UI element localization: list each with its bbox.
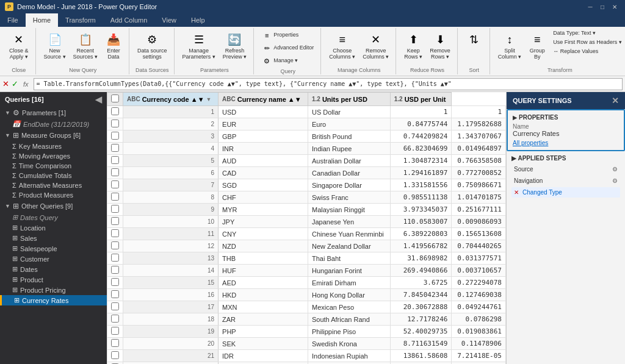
data-source-settings-button[interactable]: ⚙ Data sourcesettings bbox=[134, 29, 170, 62]
cell-currency-code[interactable]: USD bbox=[219, 106, 308, 118]
row-checkbox[interactable] bbox=[111, 120, 119, 127]
table-row[interactable]: 16HKDHong Kong Dollar7.8450423440.127469… bbox=[107, 289, 506, 301]
sidebar-item-product[interactable]: ⊞ Product bbox=[0, 274, 107, 285]
sidebar-item-dates-query[interactable]: ⊞ Dates Query bbox=[0, 212, 107, 223]
cell-currency-code[interactable]: AED bbox=[219, 277, 308, 289]
cell-usd-per-unit[interactable]: 0.272294078 bbox=[452, 277, 506, 289]
table-row[interactable]: 18ZARSouth African Rand12.71782460.07862… bbox=[107, 313, 506, 326]
cell-currency-code[interactable]: HKD bbox=[219, 289, 308, 301]
table-row[interactable]: 9MYRMalaysian Ringgit3.9733450370.251677… bbox=[107, 204, 506, 216]
row-checkbox[interactable] bbox=[111, 180, 119, 188]
cell-usd-per-unit[interactable]: 0.014964897 bbox=[452, 143, 506, 155]
cell-units-per-usd[interactable]: 0.744209824 bbox=[390, 130, 452, 143]
cell-currency-name[interactable]: Thai Baht bbox=[308, 252, 390, 265]
cell-usd-per-unit[interactable]: 0.772700852 bbox=[452, 167, 506, 179]
cell-currency-name[interactable]: Singapore Dollar bbox=[308, 179, 390, 191]
table-row[interactable]: 8CHFSwiss Franc0.9855111381.014701875 bbox=[107, 191, 506, 204]
cell-usd-per-unit[interactable]: 0.019083861 bbox=[452, 326, 506, 338]
cell-currency-name[interactable]: Chinese Yuan Renminbi bbox=[308, 228, 390, 240]
formula-input[interactable] bbox=[34, 78, 623, 90]
cell-units-per-usd[interactable]: 52.40029735 bbox=[390, 326, 452, 338]
sidebar-item-sales[interactable]: ⊞ Sales bbox=[0, 233, 107, 243]
col-header-usd-per-unit[interactable]: 1.2 USD per Unit bbox=[390, 93, 452, 106]
table-row[interactable]: 1USDUS Dollar11 bbox=[107, 106, 506, 118]
table-row[interactable]: 11CNYChinese Yuan Renminbi6.3892208030.1… bbox=[107, 228, 506, 240]
cell-units-per-usd[interactable]: 31.8698982 bbox=[390, 252, 452, 265]
cell-currency-name[interactable]: Malaysian Ringgit bbox=[308, 204, 390, 216]
row-checkbox[interactable] bbox=[111, 266, 119, 274]
tab-file[interactable]: File bbox=[0, 13, 26, 27]
row-checkbox[interactable] bbox=[111, 315, 119, 323]
sidebar-item-alternative-measures[interactable]: Σ Alternative Measures bbox=[0, 180, 107, 190]
refresh-preview-button[interactable]: 🔄 RefreshPreview ▾ bbox=[220, 29, 250, 62]
tab-home[interactable]: Home bbox=[26, 13, 58, 27]
remove-columns-button[interactable]: ✕ RemoveColumns ▾ bbox=[359, 29, 392, 62]
cell-currency-code[interactable]: IDR bbox=[219, 350, 308, 362]
cell-units-per-usd[interactable]: 1.419566782 bbox=[390, 240, 452, 252]
group-by-button[interactable]: ≡ GroupBy bbox=[526, 29, 549, 62]
cell-usd-per-unit[interactable]: 0.704440265 bbox=[452, 240, 506, 252]
table-row[interactable]: 22SARSaudi Arabian Riyal3.750.266666667 bbox=[107, 362, 506, 365]
cell-currency-name[interactable]: Canadian Dollar bbox=[308, 167, 390, 179]
table-row[interactable]: 3GBPBritish Pound0.7442098241.343707067 bbox=[107, 130, 506, 143]
row-checkbox[interactable] bbox=[111, 168, 119, 176]
cell-currency-name[interactable]: Mexican Peso bbox=[308, 301, 390, 313]
col-header-currency-name[interactable]: ABC Currency name ▲▼ bbox=[219, 93, 308, 106]
cell-usd-per-unit[interactable]: 7.21418E-05 bbox=[452, 350, 506, 362]
cell-units-per-usd[interactable]: 110.0583007 bbox=[390, 216, 452, 228]
cell-currency-name[interactable]: Philippine Piso bbox=[308, 326, 390, 338]
sort-button[interactable]: ⇅ bbox=[463, 29, 486, 50]
cell-usd-per-unit[interactable]: 0.251677111 bbox=[452, 204, 506, 216]
sidebar-item-dates[interactable]: ⊞ Dates bbox=[0, 264, 107, 274]
row-checkbox[interactable] bbox=[111, 193, 119, 201]
close-apply-button[interactable]: ✕ Close &Apply ▾ bbox=[6, 29, 32, 62]
col-header-currency-code[interactable]: ABC Currency code ▲▼ ▼ bbox=[123, 93, 219, 106]
sidebar-item-salespeople[interactable]: ⊞ Salespeople bbox=[0, 243, 107, 254]
cell-currency-code[interactable]: AUD bbox=[219, 155, 308, 167]
step-navigation-gear-icon[interactable]: ⚙ bbox=[612, 177, 618, 184]
cell-currency-code[interactable]: NZD bbox=[219, 240, 308, 252]
replace-values-button[interactable]: ↔ Replace Values bbox=[550, 48, 625, 56]
cell-currency-code[interactable]: PHP bbox=[219, 326, 308, 338]
cell-currency-code[interactable]: THB bbox=[219, 252, 308, 265]
row-checkbox[interactable] bbox=[111, 241, 119, 249]
cell-currency-code[interactable]: HUF bbox=[219, 265, 308, 277]
cell-units-per-usd[interactable]: 3.75 bbox=[390, 362, 452, 365]
table-row[interactable]: 12NZDNew Zealand Dollar1.4195667820.7044… bbox=[107, 240, 506, 252]
cell-currency-name[interactable]: Indonesian Rupiah bbox=[308, 350, 390, 362]
cell-currency-name[interactable]: US Dollar bbox=[308, 106, 390, 118]
use-first-row-button[interactable]: Use First Row as Headers ▾ bbox=[550, 38, 625, 47]
sidebar-group-parameters-header[interactable]: ▼ ⚙ Parameters [1] bbox=[0, 107, 107, 119]
sidebar-item-cumulative-totals[interactable]: Σ Cumulative Totals bbox=[0, 171, 107, 180]
cell-currency-code[interactable]: SEK bbox=[219, 338, 308, 350]
tab-transform[interactable]: Transform bbox=[58, 13, 103, 27]
cell-usd-per-unit[interactable]: 0.127469038 bbox=[452, 289, 506, 301]
properties-button[interactable]: ≡ Properties bbox=[259, 29, 302, 41]
table-row[interactable]: 10JPYJapanese Yen110.05830070.009086093 bbox=[107, 216, 506, 228]
select-all-checkbox[interactable] bbox=[111, 95, 119, 102]
cell-units-per-usd[interactable]: 0.84775744 bbox=[390, 118, 452, 130]
row-checkbox[interactable] bbox=[111, 144, 119, 152]
cell-currency-code[interactable]: INR bbox=[219, 143, 308, 155]
keep-rows-button[interactable]: ⬆ KeepRows ▾ bbox=[401, 29, 425, 62]
cell-usd-per-unit[interactable]: 0.009086093 bbox=[452, 216, 506, 228]
step-navigation[interactable]: Navigation ⚙ bbox=[511, 176, 620, 186]
table-row[interactable]: 4INRIndian Rupee66.823046990.014964897 bbox=[107, 143, 506, 155]
cell-currency-code[interactable]: SGD bbox=[219, 179, 308, 191]
cell-units-per-usd[interactable]: 7.845042344 bbox=[390, 289, 452, 301]
sidebar-item-product-measures[interactable]: Σ Product Measures bbox=[0, 190, 107, 200]
cell-units-per-usd[interactable]: 1.294161897 bbox=[390, 167, 452, 179]
sidebar-item-location[interactable]: ⊞ Location bbox=[0, 223, 107, 233]
maximize-button[interactable]: □ bbox=[597, 2, 608, 12]
cell-usd-per-unit[interactable]: 0.003710657 bbox=[452, 265, 506, 277]
cell-units-per-usd[interactable]: 6.389220803 bbox=[390, 228, 452, 240]
sidebar-item-time-comparison[interactable]: Σ Time Comparison bbox=[0, 161, 107, 171]
cell-currency-code[interactable]: SAR bbox=[219, 362, 308, 365]
sidebar-item-moving-averages[interactable]: Σ Moving Averages bbox=[0, 151, 107, 161]
sidebar-group-measures-header[interactable]: ▼ ⊞ Measure Groups [6] bbox=[0, 129, 107, 141]
cell-units-per-usd[interactable]: 1 bbox=[390, 106, 452, 118]
cell-usd-per-unit[interactable]: 0.266666667 bbox=[452, 362, 506, 365]
tab-help[interactable]: Help bbox=[184, 13, 212, 27]
sidebar-item-enddate[interactable]: 📅 EndDate (31/12/2019) bbox=[0, 119, 107, 129]
table-row[interactable]: 15AEDEmirati Dirham3.67250.272294078 bbox=[107, 277, 506, 289]
